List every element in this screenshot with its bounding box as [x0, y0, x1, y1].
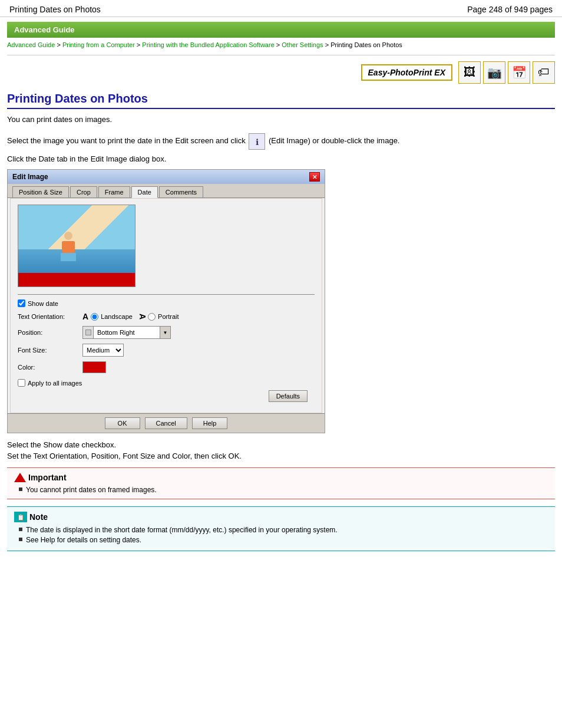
instruction-2: Click the Date tab in the Edit Image dia… — [7, 153, 555, 165]
edit-image-icon — [249, 133, 265, 150]
instruction-1: Select the image you want to print the d… — [7, 133, 555, 150]
breadcrumb: Advanced Guide > Printing from a Compute… — [0, 38, 562, 52]
font-size-select[interactable]: Medium — [82, 344, 124, 357]
important-bullet — [19, 487, 22, 491]
important-text-1: You cannot print dates on framed images. — [26, 486, 157, 494]
font-size-label: Font Size: — [18, 347, 82, 354]
tab-comments[interactable]: Comments — [159, 186, 203, 197]
position-icon — [85, 330, 91, 335]
dialog-tabs: Position & Size Crop Frame Date Comments — [8, 184, 325, 198]
tab-frame[interactable]: Frame — [98, 186, 130, 197]
ok-button[interactable]: OK — [105, 417, 140, 429]
dialog-close-button[interactable]: ✕ — [309, 172, 320, 182]
note-item-1: The date is displayed in the short date … — [14, 526, 548, 534]
photo-preview — [18, 205, 135, 287]
app-icon-4: 🏷 — [533, 61, 555, 84]
important-header: Important — [14, 473, 548, 482]
note-text-2: See Help for details on setting dates. — [26, 536, 141, 544]
note-item-2: See Help for details on setting dates. — [14, 536, 548, 544]
page-header: Printing Dates on Photos Page 248 of 949… — [0, 0, 562, 17]
page-count: Page 248 of 949 pages — [467, 5, 553, 14]
font-size-row: Font Size: Medium — [18, 344, 315, 357]
app-name-box: Easy-PhotoPrint EX — [361, 64, 452, 81]
breadcrumb-printing-from[interactable]: Printing from a Computer — [62, 41, 135, 48]
dialog-body: Show date Text Orientation: A Landscape … — [10, 198, 322, 413]
breadcrumb-current: Printing Dates on Photos — [330, 41, 402, 48]
tab-crop[interactable]: Crop — [70, 186, 97, 197]
color-swatch[interactable] — [82, 361, 106, 373]
cancel-button[interactable]: Cancel — [145, 417, 187, 429]
edit-image-dialog: Edit Image ✕ Position & Size Crop Frame … — [7, 169, 325, 433]
note-title: Note — [29, 512, 48, 522]
app-icon-1: 🖼 — [458, 61, 481, 84]
portrait-a-icon: A — [138, 314, 147, 319]
color-row: Color: — [18, 361, 315, 373]
dialog-action-bar: OK Cancel Help — [8, 413, 325, 433]
apply-all-label[interactable]: Apply to all images — [28, 380, 82, 387]
important-title: Important — [28, 473, 67, 482]
show-date-label[interactable]: Show date — [28, 300, 58, 307]
dialog-footer: Defaults — [18, 387, 315, 406]
important-item-1: You cannot print dates on framed images. — [14, 486, 548, 494]
portrait-option: A Portrait — [140, 312, 179, 321]
advanced-guide-banner: Advanced Guide — [7, 22, 555, 38]
dialog-titlebar: Edit Image ✕ — [8, 170, 325, 184]
text-orientation-label: Text Orientation: — [18, 313, 82, 320]
breadcrumb-advanced-guide[interactable]: Advanced Guide — [7, 41, 55, 48]
position-label: Position: — [18, 329, 82, 336]
header-divider — [7, 55, 555, 55]
page-title-header: Printing Dates on Photos — [9, 5, 101, 14]
text-orientation-row: Text Orientation: A Landscape A Portrait — [18, 312, 315, 321]
important-triangle-icon — [14, 473, 26, 482]
breadcrumb-bundled-software[interactable]: Printing with the Bundled Application So… — [142, 41, 274, 48]
note-text-1: The date is displayed in the short date … — [26, 526, 338, 534]
photo-red-bar — [18, 273, 135, 287]
help-button[interactable]: Help — [192, 417, 228, 429]
important-box: Important You cannot print dates on fram… — [7, 467, 555, 499]
main-content: Printing Dates on Photos You can print d… — [0, 87, 562, 566]
landscape-label: Landscape — [101, 313, 133, 320]
app-icon-2: 📷 — [483, 61, 505, 84]
intro-paragraph: You can print dates on images. — [7, 115, 555, 124]
position-icon-box — [83, 327, 94, 338]
orientation-radio-group: A Landscape A Portrait — [82, 312, 179, 321]
position-value: Bottom Right — [94, 329, 160, 336]
landscape-radio[interactable] — [91, 313, 98, 321]
banner-text: Advanced Guide — [14, 25, 75, 34]
apply-all-row: Apply to all images — [18, 379, 315, 387]
position-dropdown-arrow: ▼ — [160, 327, 170, 338]
app-header-area: Easy-PhotoPrint EX 🖼 📷 📅 🏷 — [0, 58, 562, 87]
tab-date[interactable]: Date — [131, 186, 158, 198]
tab-position-size[interactable]: Position & Size — [12, 186, 69, 197]
post-instruction-2: Set the Text Orientation, Position, Font… — [7, 452, 555, 460]
photo-image — [18, 205, 135, 273]
position-row: Position: Bottom Right ▼ — [18, 326, 315, 339]
color-label: Color: — [18, 364, 82, 371]
position-dropdown[interactable]: Bottom Right ▼ — [82, 326, 171, 339]
portrait-label: Portrait — [158, 313, 178, 320]
app-icon-3: 📅 — [508, 61, 530, 84]
dialog-separator — [18, 294, 315, 295]
note-bullet-2 — [19, 538, 22, 541]
post-instruction-1: Select the Show date checkbox. — [7, 440, 555, 449]
page-main-title: Printing Dates on Photos — [7, 92, 555, 109]
portrait-radio[interactable] — [148, 313, 156, 321]
note-bullet-1 — [19, 528, 22, 531]
landscape-a-icon: A — [82, 312, 88, 321]
apply-all-checkbox[interactable] — [18, 379, 25, 387]
show-date-row: Show date — [18, 299, 315, 307]
show-date-checkbox[interactable] — [18, 299, 25, 307]
note-icon: 📋 — [14, 512, 27, 522]
dialog-title: Edit Image — [12, 173, 48, 181]
defaults-button[interactable]: Defaults — [269, 390, 308, 402]
breadcrumb-other-settings[interactable]: Other Settings — [282, 41, 323, 48]
note-header: 📋 Note — [14, 512, 548, 522]
note-box: 📋 Note The date is displayed in the shor… — [7, 506, 555, 551]
landscape-option: A Landscape — [82, 312, 133, 321]
photo-child-figure — [59, 232, 77, 261]
